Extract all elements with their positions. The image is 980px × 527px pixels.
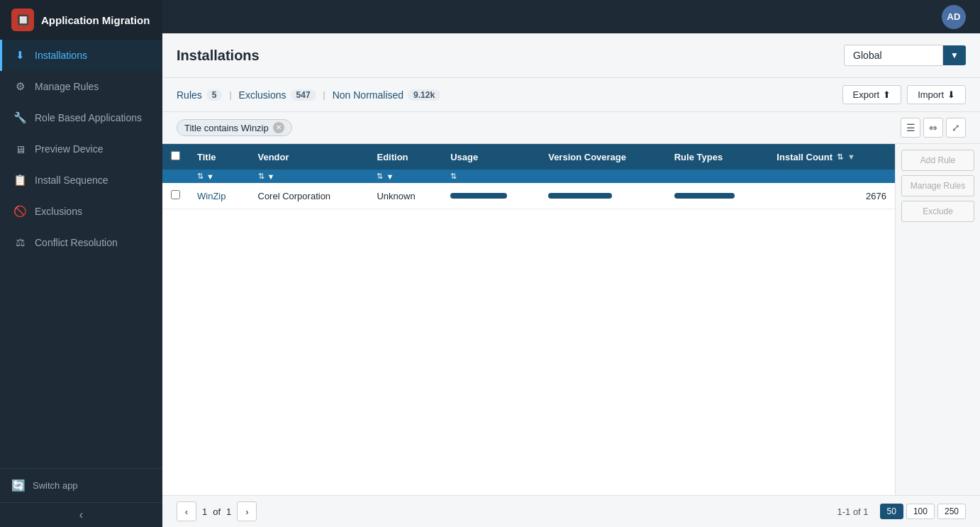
row-version-coverage-cell [540,183,666,209]
page-of-label: of [213,506,221,517]
topbar: AD [162,0,980,33]
th-usage[interactable]: Usage [442,144,540,170]
tab-non-normalised-label: Non Normalised [333,89,403,101]
add-rule-button[interactable]: Add Rule [901,150,974,171]
filter-sub-title-cell: ⇅ ▼ [189,170,250,183]
expand-view-button[interactable]: ⤢ [946,118,966,138]
table-panel-wrapper: Title Vendor Edition [162,144,980,495]
page-total: 1 [226,506,231,517]
filter-sub-edition-cell: ⇅ ▼ [368,170,442,183]
page-current: 1 [202,506,207,517]
installations-icon: ⬇ [13,49,26,62]
page-title: Installations [177,48,260,64]
edition-sort[interactable]: ⇅ [377,172,383,181]
row-vendor-cell: Corel Corporation [250,183,369,209]
vendor-sort[interactable]: ⇅ [258,172,265,181]
filter-sub-usage-cell: ⇅ [442,170,540,183]
sidebar-item-conflict-resolution-label: Conflict Resolution [35,237,118,248]
th-vendor[interactable]: Vendor [250,144,369,170]
exclude-button[interactable]: Exclude [901,201,974,222]
rule-types-progress-bar [674,193,735,199]
pagination-right: 1-1 of 1 50 100 250 [837,504,966,519]
collapse-icon: ‹ [79,509,83,521]
sidebar-item-conflict-resolution[interactable]: ⚖ Conflict Resolution [0,227,162,258]
tab-exclusions-label: Exclusions [239,89,286,101]
row-usage-cell [442,183,540,209]
row-title-link[interactable]: WinZip [197,191,225,201]
logo-icon: 🔲 [17,14,29,26]
page-size-buttons: 50 100 250 [880,504,966,519]
row-checkbox-cell [162,183,189,209]
filter-sub-vendor-cell: ⇅ ▼ [250,170,369,183]
next-page-button[interactable]: › [237,501,257,521]
sidebar-item-installations-label: Installations [35,50,87,61]
th-title[interactable]: Title [189,144,250,170]
tab-exclusions[interactable]: Exclusions 547 [239,89,316,101]
tab-exclusions-badge: 547 [291,89,316,101]
sidebar-item-preview-device[interactable]: 🖥 Preview Device [0,133,162,165]
conflict-resolution-icon: ⚖ [13,236,26,249]
role-based-icon: 🔧 [13,111,26,124]
import-icon: ⬇ [947,89,955,100]
tab-non-normalised[interactable]: Non Normalised 9.12k [333,89,440,101]
prev-page-button[interactable]: ‹ [177,501,196,521]
th-rule-types[interactable]: Rule Types [666,144,769,170]
export-icon: ⬆ [883,89,891,100]
th-version-coverage[interactable]: Version Coverage [540,144,666,170]
manage-rules-button[interactable]: Manage Rules [901,175,974,196]
global-select-arrow[interactable]: ▼ [943,45,966,65]
sidebar-item-role-based[interactable]: 🔧 Role Based Applications [0,102,162,133]
tab-rules[interactable]: Rules 5 [177,89,222,101]
tab-rules-badge: 5 [206,89,223,101]
select-all-checkbox[interactable] [171,151,180,160]
sidebar-item-install-sequence-label: Install Sequence [35,174,108,186]
version-coverage-progress-bar [548,193,612,199]
row-checkbox[interactable] [171,190,180,199]
th-install-count[interactable]: Install Count ⇅ ▼ [768,144,895,170]
row-rule-types-cell [666,183,769,209]
vendor-filter[interactable]: ▼ [267,172,275,181]
switch-app-footer[interactable]: 🔄 Switch app [0,468,162,502]
table-row: WinZip Corel Corporation Unknown [162,183,895,209]
filter-chip-close[interactable]: ✕ [273,122,284,133]
title-sort[interactable]: ⇅ [197,172,204,181]
filter-sub-version-cell [540,170,666,183]
sidebar-item-manage-rules-label: Manage Rules [35,81,99,92]
sidebar-item-manage-rules[interactable]: ⚙ Manage Rules [0,71,162,102]
export-import-row: Export ⬆ Import ⬇ [842,85,966,104]
user-avatar[interactable]: AD [942,5,966,29]
install-count-sort-icon[interactable]: ⇅ [837,152,843,162]
sidebar-collapse-button[interactable]: ‹ [0,502,162,527]
sidebar-item-exclusions[interactable]: 🚫 Exclusions [0,196,162,227]
install-count-filter-icon[interactable]: ▼ [847,152,855,161]
title-filter[interactable]: ▼ [206,172,214,181]
content-area: Installations Global ▼ Rules 5 | Exclusi… [162,33,980,527]
th-checkbox [162,144,189,170]
import-button[interactable]: Import ⬇ [907,85,966,104]
sidebar-item-install-sequence[interactable]: 📋 Install Sequence [0,165,162,196]
filter-chip: Title contains Winzip ✕ [177,119,292,136]
page-size-250[interactable]: 250 [937,504,966,519]
global-select-wrapper: Global ▼ [844,45,966,66]
manage-rules-icon: ⚙ [13,80,26,93]
columns-view-button[interactable]: ⇔ [923,118,943,138]
filter-sub-checkbox-cell [162,170,189,183]
export-label: Export [853,89,880,100]
app-logo: 🔲 [11,9,34,31]
tab-sep-1: | [229,90,231,100]
edition-filter[interactable]: ▼ [386,172,394,181]
page-size-100[interactable]: 100 [906,504,935,519]
page-size-50[interactable]: 50 [880,504,903,519]
export-button[interactable]: Export ⬆ [842,85,902,104]
sidebar-item-installations[interactable]: ⬇ Installations [0,40,162,71]
list-view-button[interactable]: ☰ [901,118,920,138]
usage-sort[interactable]: ⇅ [450,172,457,181]
th-edition[interactable]: Edition [368,144,442,170]
data-table-panel: Title Vendor Edition [162,144,895,495]
preview-device-icon: 🖥 [13,143,26,155]
filter-bar: Title contains Winzip ✕ ☰ ⇔ ⤢ [162,112,980,144]
tab-sep-2: | [323,90,325,100]
global-select[interactable]: Global [844,45,943,66]
sidebar-header: 🔲 Application Migration [0,0,162,40]
install-sequence-icon: 📋 [13,174,26,187]
